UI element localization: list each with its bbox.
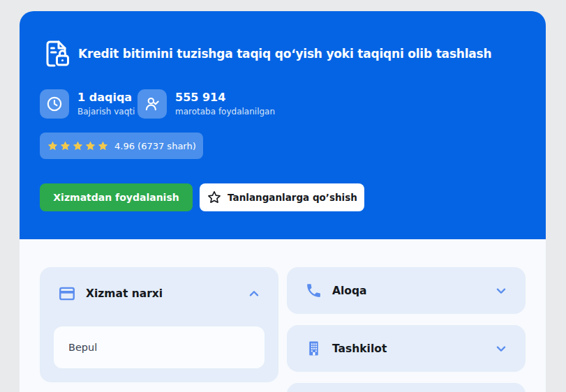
- stat-duration: 1 daqiqa Bajarish vaqti: [40, 89, 135, 119]
- stat-duration-value: 1 daqiqa: [77, 91, 135, 104]
- phone-icon: [305, 282, 322, 299]
- service-card: Kredit bitimini tuzishga taqiq qoʻyish y…: [20, 11, 546, 392]
- clock-icon: [40, 89, 69, 119]
- use-service-button[interactable]: Xizmatdan foydalanish: [40, 183, 193, 211]
- panel-contact: Aloqa: [287, 267, 526, 314]
- panel-organization-header[interactable]: Tashkilot: [287, 325, 526, 372]
- chevron-down-icon[interactable]: [493, 283, 509, 299]
- panel-contact-title: Aloqa: [332, 285, 367, 297]
- user-check-icon: [137, 89, 167, 119]
- service-price-value-box: Bepul: [54, 326, 265, 368]
- rating-badge: 4.96 (6737 sharh): [40, 133, 203, 159]
- panel-organization: Tashkilot: [287, 325, 526, 372]
- star-outline-icon: [207, 190, 222, 205]
- building-icon: [305, 340, 322, 357]
- chevron-up-icon[interactable]: [246, 286, 262, 301]
- stat-duration-label: Bajarish vaqti: [77, 107, 135, 116]
- page-title: Kredit bitimini tuzishga taqiq qoʻyish y…: [78, 46, 533, 62]
- credit-card-icon: [58, 285, 76, 303]
- panel-service-price-header[interactable]: Xizmat narxi: [40, 267, 278, 312]
- service-header: Kredit bitimini tuzishga taqiq qoʻyish y…: [20, 11, 546, 239]
- star-icon: [84, 140, 96, 152]
- page: Kredit bitimini tuzishga taqiq qoʻyish y…: [0, 0, 566, 392]
- panel-service-price-title: Xizmat narxi: [86, 287, 163, 300]
- panel-partial: [287, 383, 526, 392]
- panel-organization-title: Tashkilot: [332, 342, 387, 355]
- star-icon: [59, 140, 71, 152]
- stat-usage: 555 914 marotaba foydalanilgan: [137, 89, 275, 119]
- stat-usage-value: 555 914: [175, 91, 275, 104]
- star-rating: [47, 140, 109, 152]
- stat-text: 1 daqiqa Bajarish vaqti: [77, 91, 135, 116]
- rating-text: 4.96 (6737 sharh): [114, 141, 196, 151]
- document-lock-icon: [40, 37, 73, 70]
- add-to-favorites-button[interactable]: Tanlanganlarga qo’shish: [200, 183, 364, 211]
- stat-usage-label: marotaba foydalanilgan: [175, 107, 275, 116]
- panel-service-price: Xizmat narxi Bepul: [40, 267, 278, 382]
- service-price-value: Bepul: [68, 342, 97, 353]
- add-to-favorites-label: Tanlanganlarga qo’shish: [228, 192, 357, 203]
- star-icon: [47, 140, 59, 152]
- chevron-down-icon[interactable]: [493, 341, 509, 356]
- star-icon: [72, 140, 84, 152]
- star-icon: [97, 140, 109, 152]
- panel-contact-header[interactable]: Aloqa: [287, 267, 526, 314]
- stat-text: 555 914 marotaba foydalanilgan: [175, 91, 275, 116]
